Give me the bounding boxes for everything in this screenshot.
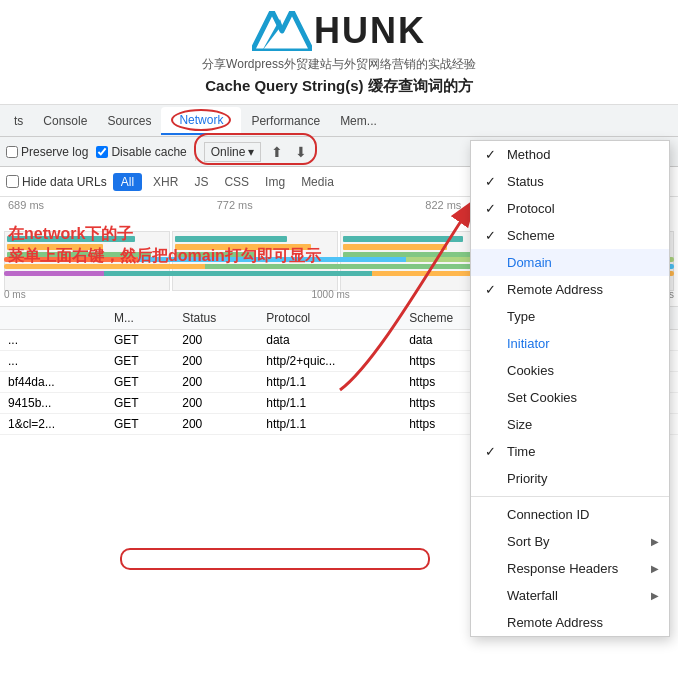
hide-data-urls-text: Hide data URLs — [22, 175, 107, 189]
disable-cache-text: Disable cache — [111, 145, 186, 159]
cell-method: GET — [106, 393, 174, 414]
col-name — [0, 307, 106, 330]
cell-method: GET — [106, 372, 174, 393]
menu-item-domain[interactable]: Domain — [471, 249, 669, 276]
upload-icon[interactable]: ⬆ — [269, 142, 285, 162]
menu-divider — [471, 496, 669, 497]
logo-icon — [252, 11, 312, 51]
timeline-label-3: 822 ms — [425, 199, 461, 211]
timeline-label-2: 772 ms — [217, 199, 253, 211]
cell-status: 200 — [174, 393, 258, 414]
cell-status: 200 — [174, 414, 258, 435]
cell-method: GET — [106, 351, 174, 372]
devtools-tabs: ts Console Sources Network Performance M… — [0, 105, 678, 137]
cell-status: 200 — [174, 351, 258, 372]
cell-protocol: data — [258, 330, 401, 351]
menu-item-initiator[interactable]: Initiator — [471, 330, 669, 357]
context-menu[interactable]: MethodStatusProtocolSchemeDomainRemote A… — [470, 140, 670, 637]
cell-name: 1&cl=2... — [0, 414, 106, 435]
tab-ts[interactable]: ts — [4, 108, 33, 134]
hide-data-urls-label[interactable]: Hide data URLs — [6, 175, 107, 189]
filter-js-button[interactable]: JS — [189, 173, 213, 191]
wf-label-1: 0 ms — [4, 289, 26, 301]
svg-marker-0 — [252, 11, 312, 51]
cell-protocol: http/1.1 — [258, 414, 401, 435]
tab-console[interactable]: Console — [33, 108, 97, 134]
menu-item-remote-address[interactable]: Remote Address — [471, 276, 669, 303]
toolbar-separator — [195, 143, 196, 161]
cell-protocol: http/2+quic... — [258, 351, 401, 372]
col-status[interactable]: Status — [174, 307, 258, 330]
filter-css-button[interactable]: CSS — [219, 173, 254, 191]
menu-item-type[interactable]: Type — [471, 303, 669, 330]
menu-item-size[interactable]: Size — [471, 411, 669, 438]
col-method: M... — [106, 307, 174, 330]
menu-item-time[interactable]: Time — [471, 438, 669, 465]
tab-performance[interactable]: Performance — [241, 108, 330, 134]
menu-item-waterfall[interactable]: Waterfall — [471, 582, 669, 609]
cell-status: 200 — [174, 372, 258, 393]
hide-data-urls-checkbox[interactable] — [6, 175, 19, 188]
download-icon[interactable]: ⬇ — [293, 142, 309, 162]
cell-name: 9415b... — [0, 393, 106, 414]
filter-all-button[interactable]: All — [113, 173, 142, 191]
online-label: Online — [211, 145, 246, 159]
menu-item-priority[interactable]: Priority — [471, 465, 669, 492]
cell-name: bf44da... — [0, 372, 106, 393]
cell-name: ... — [0, 330, 106, 351]
cell-protocol: http/1.1 — [258, 372, 401, 393]
filter-xhr-button[interactable]: XHR — [148, 173, 183, 191]
cell-protocol: http/1.1 — [258, 393, 401, 414]
preserve-log-checkbox[interactable] — [6, 146, 18, 158]
menu-item-response-headers[interactable]: Response Headers — [471, 555, 669, 582]
menu-item-status[interactable]: Status — [471, 168, 669, 195]
logo-text: HUNK — [314, 10, 426, 52]
table-columns-circle — [120, 548, 430, 570]
menu-item-connection-id[interactable]: Connection ID — [471, 501, 669, 528]
col-protocol: Protocol — [258, 307, 401, 330]
menu-item-protocol[interactable]: Protocol — [471, 195, 669, 222]
logo: HUNK — [0, 10, 678, 52]
cell-method: GET — [106, 330, 174, 351]
filter-img-button[interactable]: Img — [260, 173, 290, 191]
cell-method: GET — [106, 414, 174, 435]
disable-cache-label[interactable]: Disable cache — [96, 145, 186, 159]
header: HUNK 分享Wordpress外贸建站与外贸网络营销的实战经验 Cache Q… — [0, 0, 678, 105]
subtitle: 分享Wordpress外贸建站与外贸网络营销的实战经验 — [0, 56, 678, 73]
tab-network[interactable]: Network — [161, 107, 241, 135]
online-button[interactable]: Online ▾ — [204, 142, 262, 162]
menu-item-method[interactable]: Method — [471, 141, 669, 168]
disable-cache-checkbox[interactable] — [96, 146, 108, 158]
preserve-log-text: Preserve log — [21, 145, 88, 159]
menu-item-cookies[interactable]: Cookies — [471, 357, 669, 384]
tab-sources[interactable]: Sources — [97, 108, 161, 134]
cell-status: 200 — [174, 330, 258, 351]
tab-memory[interactable]: Mem... — [330, 108, 387, 134]
annotation-text: 在network下的子菜单上面右键，然后把domain打勾即可显示 — [8, 223, 321, 268]
network-tab-label: Network — [171, 109, 231, 131]
wf-label-2: 1000 ms — [311, 289, 349, 301]
menu-item-sort-by[interactable]: Sort By — [471, 528, 669, 555]
menu-item-set-cookies[interactable]: Set Cookies — [471, 384, 669, 411]
chevron-down-icon: ▾ — [248, 145, 254, 159]
filter-media-button[interactable]: Media — [296, 173, 339, 191]
menu-item-remote-address[interactable]: Remote Address — [471, 609, 669, 636]
menu-item-scheme[interactable]: Scheme — [471, 222, 669, 249]
preserve-log-label[interactable]: Preserve log — [6, 145, 88, 159]
cell-name: ... — [0, 351, 106, 372]
timeline-label-1: 689 ms — [8, 199, 44, 211]
cache-title: Cache Query String(s) 缓存查询词的方 — [0, 77, 678, 96]
